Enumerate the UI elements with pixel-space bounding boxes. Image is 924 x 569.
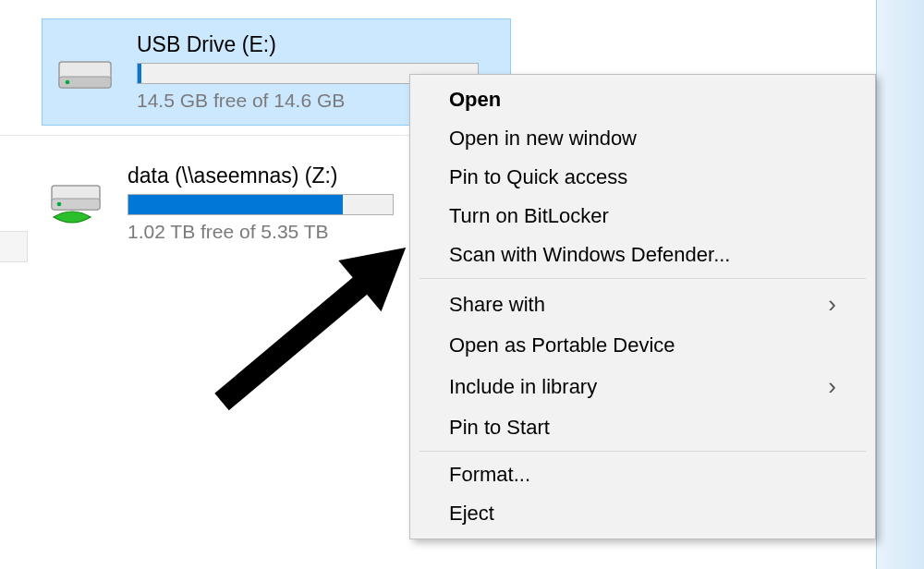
- menu-item-scan-defender[interactable]: Scan with Windows Defender...: [412, 236, 873, 274]
- menu-label: Open as Portable Device: [449, 333, 675, 357]
- menu-item-open-new-window[interactable]: Open in new window: [412, 119, 873, 158]
- menu-item-open[interactable]: Open: [412, 80, 873, 119]
- menu-item-bitlocker[interactable]: Turn on BitLocker: [412, 197, 873, 236]
- menu-item-pin-quick-access[interactable]: Pin to Quick access: [412, 158, 873, 197]
- menu-label: Open: [449, 88, 501, 112]
- menu-item-format[interactable]: Format...: [412, 455, 873, 494]
- network-drive-icon: [46, 180, 105, 226]
- menu-label: Format...: [449, 463, 530, 487]
- drive-label: USB Drive (E:): [137, 32, 501, 57]
- svg-rect-6: [214, 274, 371, 410]
- svg-point-2: [66, 80, 70, 85]
- context-menu: Open Open in new window Pin to Quick acc…: [409, 74, 876, 539]
- menu-item-eject[interactable]: Eject: [412, 494, 873, 533]
- usb-drive-icon: [55, 49, 115, 95]
- menu-label: Turn on BitLocker: [449, 204, 609, 228]
- menu-item-share-with[interactable]: Share with ›: [412, 283, 873, 326]
- drive-capacity-fill: [128, 195, 343, 214]
- menu-label: Share with: [449, 293, 545, 317]
- menu-label: Eject: [449, 502, 494, 526]
- menu-item-open-portable[interactable]: Open as Portable Device: [412, 326, 873, 365]
- drive-capacity-bar: [128, 194, 394, 215]
- menu-item-include-library[interactable]: Include in library ›: [412, 365, 873, 408]
- drive-capacity-fill: [138, 64, 141, 83]
- menu-separator: [419, 451, 866, 452]
- menu-label: Open in new window: [449, 127, 637, 151]
- chevron-right-icon: ›: [828, 290, 836, 319]
- chevron-right-icon: ›: [828, 372, 836, 401]
- menu-label: Scan with Windows Defender...: [449, 243, 730, 267]
- menu-label: Pin to Quick access: [449, 165, 627, 189]
- window-right-border: [876, 0, 924, 569]
- menu-label: Include in library: [449, 375, 597, 399]
- menu-item-pin-start[interactable]: Pin to Start: [412, 408, 873, 447]
- menu-separator: [419, 278, 866, 279]
- menu-label: Pin to Start: [449, 416, 550, 440]
- svg-point-5: [57, 202, 62, 207]
